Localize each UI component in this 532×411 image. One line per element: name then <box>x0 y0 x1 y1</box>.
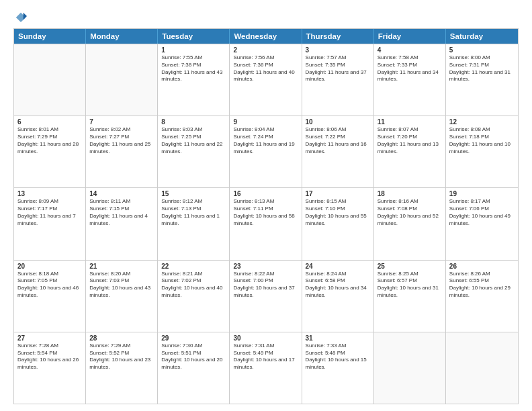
day-number: 9 <box>233 118 298 126</box>
day-number: 28 <box>89 334 154 342</box>
calendar-row-2: 6Sunrise: 8:01 AM Sunset: 7:29 PM Daylig… <box>14 116 518 187</box>
day-number: 8 <box>161 118 226 126</box>
logo-icon <box>15 11 27 23</box>
cell-info: Sunrise: 7:30 AM Sunset: 5:51 PM Dayligh… <box>161 342 226 371</box>
cell-info: Sunrise: 8:01 AM Sunset: 7:29 PM Dayligh… <box>17 126 82 155</box>
calendar-cell: 15Sunrise: 8:12 AM Sunset: 7:13 PM Dayli… <box>158 188 230 259</box>
calendar-cell: 5Sunrise: 8:00 AM Sunset: 7:31 PM Daylig… <box>446 44 518 116</box>
calendar-row-3: 13Sunrise: 8:09 AM Sunset: 7:17 PM Dayli… <box>14 187 518 259</box>
cell-info: Sunrise: 8:15 AM Sunset: 7:10 PM Dayligh… <box>306 198 370 227</box>
calendar-cell: 9Sunrise: 8:04 AM Sunset: 7:24 PM Daylig… <box>230 116 302 187</box>
cell-info: Sunrise: 8:09 AM Sunset: 7:17 PM Dayligh… <box>17 198 82 227</box>
calendar-cell <box>374 332 446 404</box>
cell-info: Sunrise: 8:02 AM Sunset: 7:27 PM Dayligh… <box>89 126 154 155</box>
calendar-row-5: 27Sunrise: 7:28 AM Sunset: 5:54 PM Dayli… <box>14 332 518 404</box>
cell-info: Sunrise: 7:29 AM Sunset: 5:52 PM Dayligh… <box>89 342 154 371</box>
cell-info: Sunrise: 8:25 AM Sunset: 6:57 PM Dayligh… <box>378 271 442 300</box>
calendar-row-1: 1Sunrise: 7:55 AM Sunset: 7:38 PM Daylig… <box>14 44 518 116</box>
calendar-cell: 2Sunrise: 7:56 AM Sunset: 7:36 PM Daylig… <box>230 44 302 116</box>
cell-info: Sunrise: 8:13 AM Sunset: 7:11 PM Dayligh… <box>233 198 298 227</box>
day-number: 17 <box>306 190 370 197</box>
cell-info: Sunrise: 8:26 AM Sunset: 6:55 PM Dayligh… <box>449 271 515 300</box>
cell-info: Sunrise: 8:11 AM Sunset: 7:15 PM Dayligh… <box>89 198 154 227</box>
cell-info: Sunrise: 7:55 AM Sunset: 7:38 PM Dayligh… <box>161 54 226 83</box>
logo-text <box>13 11 27 23</box>
day-header-monday: Monday <box>86 29 158 44</box>
day-number: 7 <box>89 118 154 126</box>
day-number: 23 <box>233 263 298 270</box>
day-number: 10 <box>306 118 370 126</box>
calendar-cell: 30Sunrise: 7:31 AM Sunset: 5:49 PM Dayli… <box>230 332 302 404</box>
day-number: 19 <box>449 190 515 197</box>
calendar-header: SundayMondayTuesdayWednesdayThursdayFrid… <box>14 29 518 44</box>
calendar-cell <box>14 44 86 116</box>
day-number: 5 <box>449 46 515 54</box>
calendar-cell: 10Sunrise: 8:06 AM Sunset: 7:22 PM Dayli… <box>302 116 374 187</box>
calendar-cell: 14Sunrise: 8:11 AM Sunset: 7:15 PM Dayli… <box>86 188 158 259</box>
day-number: 3 <box>306 46 370 54</box>
cell-info: Sunrise: 8:18 AM Sunset: 7:05 PM Dayligh… <box>17 271 82 300</box>
calendar-cell: 21Sunrise: 8:20 AM Sunset: 7:03 PM Dayli… <box>86 261 158 332</box>
cell-info: Sunrise: 8:06 AM Sunset: 7:22 PM Dayligh… <box>306 126 370 155</box>
cell-info: Sunrise: 7:31 AM Sunset: 5:49 PM Dayligh… <box>233 342 298 371</box>
cell-info: Sunrise: 7:56 AM Sunset: 7:36 PM Dayligh… <box>233 54 298 83</box>
day-number: 27 <box>17 334 82 342</box>
day-number: 2 <box>233 46 298 54</box>
calendar-cell: 4Sunrise: 7:58 AM Sunset: 7:33 PM Daylig… <box>374 44 446 116</box>
calendar-cell: 24Sunrise: 8:24 AM Sunset: 6:58 PM Dayli… <box>302 261 374 332</box>
cell-info: Sunrise: 8:08 AM Sunset: 7:18 PM Dayligh… <box>449 126 515 155</box>
day-number: 15 <box>161 190 226 197</box>
calendar: SundayMondayTuesdayWednesdayThursdayFrid… <box>13 28 519 404</box>
calendar-cell: 7Sunrise: 8:02 AM Sunset: 7:27 PM Daylig… <box>86 116 158 187</box>
day-number: 26 <box>449 263 515 270</box>
calendar-cell <box>86 44 158 116</box>
calendar-cell: 3Sunrise: 7:57 AM Sunset: 7:35 PM Daylig… <box>302 44 374 116</box>
calendar-row-4: 20Sunrise: 8:18 AM Sunset: 7:05 PM Dayli… <box>14 260 518 332</box>
calendar-cell: 11Sunrise: 8:07 AM Sunset: 7:20 PM Dayli… <box>374 116 446 187</box>
day-number: 20 <box>17 263 82 270</box>
cell-info: Sunrise: 7:57 AM Sunset: 7:35 PM Dayligh… <box>306 54 370 83</box>
day-number: 11 <box>378 118 442 126</box>
calendar-cell <box>446 332 518 404</box>
page: SundayMondayTuesdayWednesdayThursdayFrid… <box>0 0 532 411</box>
day-header-sunday: Sunday <box>14 29 86 44</box>
cell-info: Sunrise: 8:07 AM Sunset: 7:20 PM Dayligh… <box>378 126 442 155</box>
header <box>13 11 519 23</box>
calendar-cell: 23Sunrise: 8:22 AM Sunset: 7:00 PM Dayli… <box>230 261 302 332</box>
cell-info: Sunrise: 8:21 AM Sunset: 7:02 PM Dayligh… <box>161 271 226 300</box>
calendar-cell: 25Sunrise: 8:25 AM Sunset: 6:57 PM Dayli… <box>374 261 446 332</box>
cell-info: Sunrise: 8:03 AM Sunset: 7:25 PM Dayligh… <box>161 126 226 155</box>
cell-info: Sunrise: 8:00 AM Sunset: 7:31 PM Dayligh… <box>449 54 515 83</box>
calendar-body: 1Sunrise: 7:55 AM Sunset: 7:38 PM Daylig… <box>14 44 518 404</box>
day-number: 21 <box>89 263 154 270</box>
cell-info: Sunrise: 7:58 AM Sunset: 7:33 PM Dayligh… <box>378 54 442 83</box>
day-header-wednesday: Wednesday <box>230 29 302 44</box>
day-number: 29 <box>161 334 226 342</box>
logo <box>13 11 27 23</box>
day-number: 24 <box>306 263 370 270</box>
day-number: 12 <box>449 118 515 126</box>
day-number: 25 <box>378 263 442 270</box>
calendar-cell: 18Sunrise: 8:16 AM Sunset: 7:08 PM Dayli… <box>374 188 446 259</box>
calendar-cell: 8Sunrise: 8:03 AM Sunset: 7:25 PM Daylig… <box>158 116 230 187</box>
cell-info: Sunrise: 8:22 AM Sunset: 7:00 PM Dayligh… <box>233 271 298 300</box>
cell-info: Sunrise: 8:24 AM Sunset: 6:58 PM Dayligh… <box>306 271 370 300</box>
calendar-cell: 29Sunrise: 7:30 AM Sunset: 5:51 PM Dayli… <box>158 332 230 404</box>
calendar-cell: 19Sunrise: 8:17 AM Sunset: 7:06 PM Dayli… <box>446 188 518 259</box>
calendar-cell: 6Sunrise: 8:01 AM Sunset: 7:29 PM Daylig… <box>14 116 86 187</box>
day-number: 1 <box>161 46 226 54</box>
day-number: 30 <box>233 334 298 342</box>
cell-info: Sunrise: 8:04 AM Sunset: 7:24 PM Dayligh… <box>233 126 298 155</box>
day-number: 13 <box>17 190 82 197</box>
calendar-cell: 27Sunrise: 7:28 AM Sunset: 5:54 PM Dayli… <box>14 332 86 404</box>
cell-info: Sunrise: 7:33 AM Sunset: 5:48 PM Dayligh… <box>306 342 370 371</box>
day-number: 6 <box>17 118 82 126</box>
calendar-cell: 17Sunrise: 8:15 AM Sunset: 7:10 PM Dayli… <box>302 188 374 259</box>
day-number: 14 <box>89 190 154 197</box>
calendar-cell: 13Sunrise: 8:09 AM Sunset: 7:17 PM Dayli… <box>14 188 86 259</box>
cell-info: Sunrise: 8:12 AM Sunset: 7:13 PM Dayligh… <box>161 198 226 227</box>
day-header-thursday: Thursday <box>302 29 374 44</box>
day-number: 4 <box>378 46 442 54</box>
day-header-friday: Friday <box>374 29 446 44</box>
day-number: 22 <box>161 263 226 270</box>
